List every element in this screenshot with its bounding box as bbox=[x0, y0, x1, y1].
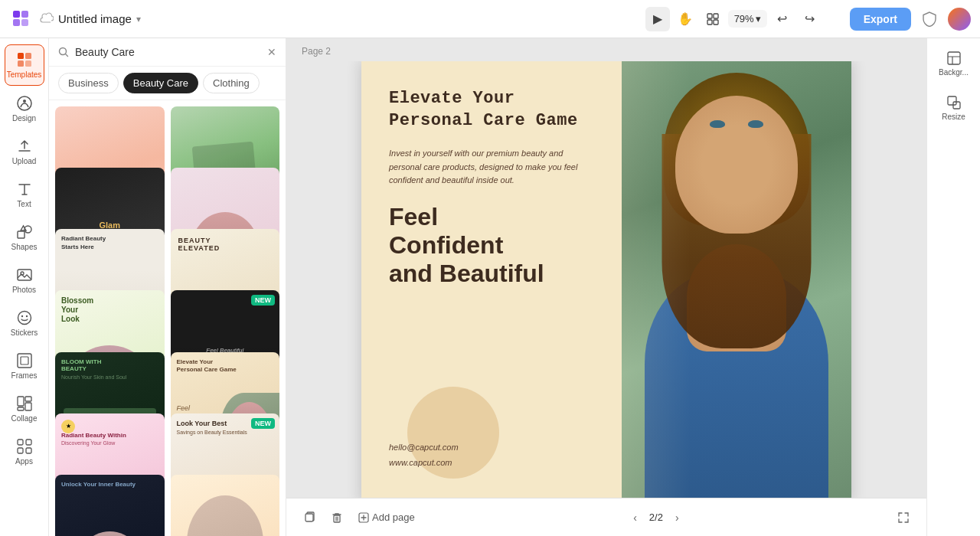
sidebar-item-templates[interactable]: Templates bbox=[5, 44, 44, 86]
sidebar-item-frames[interactable]: Frames bbox=[5, 346, 44, 386]
svg-rect-3 bbox=[21, 19, 28, 26]
svg-rect-14 bbox=[18, 231, 24, 238]
svg-rect-7 bbox=[714, 20, 718, 25]
svg-rect-21 bbox=[18, 354, 31, 368]
toolbar-tools: ▶ ✋ 79% ▾ ↩ ↪ bbox=[645, 7, 822, 31]
collage-icon bbox=[16, 395, 33, 412]
search-bar: ✕ bbox=[49, 38, 286, 67]
filter-tab-clothing[interactable]: Clothing bbox=[203, 73, 260, 93]
sidebar-item-frames-label: Frames bbox=[11, 371, 38, 380]
svg-rect-27 bbox=[18, 440, 23, 445]
svg-rect-32 bbox=[305, 514, 313, 521]
hand-tool-button[interactable]: ✋ bbox=[673, 7, 697, 31]
right-panel-background-label: Backgr... bbox=[939, 68, 969, 77]
svg-rect-33 bbox=[334, 515, 340, 522]
search-icon bbox=[58, 47, 69, 57]
svg-rect-16 bbox=[18, 270, 31, 280]
apps-icon bbox=[16, 438, 33, 455]
delete-page-button[interactable] bbox=[326, 507, 348, 528]
text-icon bbox=[16, 181, 33, 198]
select-tool-button[interactable]: ▶ bbox=[645, 7, 670, 31]
sidebar-item-design[interactable]: Design bbox=[5, 89, 44, 129]
chevron-down-icon[interactable]: ▾ bbox=[136, 14, 141, 25]
svg-rect-35 bbox=[948, 52, 960, 64]
search-input[interactable] bbox=[75, 46, 261, 58]
filter-tabs: Business Beauty Care Clothing bbox=[49, 67, 286, 100]
prev-page-button[interactable]: ‹ bbox=[629, 508, 642, 527]
sidebar-item-templates-label: Templates bbox=[7, 70, 42, 79]
svg-rect-9 bbox=[25, 53, 31, 59]
shapes-icon bbox=[16, 224, 33, 240]
doc-title[interactable]: Untitled image bbox=[58, 12, 132, 25]
svg-rect-11 bbox=[25, 60, 31, 67]
avatar[interactable] bbox=[948, 8, 971, 31]
sidebar-item-shapes[interactable]: Shapes bbox=[5, 217, 44, 257]
add-page-button[interactable]: Add page bbox=[354, 507, 420, 528]
zoom-chevron-icon: ▾ bbox=[756, 13, 761, 25]
top-bar: Untitled image ▾ ▶ ✋ 79% ▾ ↩ ↪ Export bbox=[0, 0, 980, 38]
design-icon bbox=[16, 95, 33, 112]
svg-point-18 bbox=[18, 312, 31, 325]
resize-icon bbox=[946, 95, 962, 110]
search-clear-button[interactable]: ✕ bbox=[267, 46, 276, 58]
svg-rect-26 bbox=[18, 407, 24, 410]
template-thumb-14[interactable] bbox=[171, 475, 280, 536]
upload-icon bbox=[16, 138, 33, 155]
copy-page-button[interactable] bbox=[299, 507, 320, 528]
sidebar-item-design-label: Design bbox=[12, 114, 36, 123]
canvas-left-content: Elevate Your Personal Care Game Invest i… bbox=[361, 61, 622, 498]
canvas-area: Page 2 Elevate Your Personal Care Game I… bbox=[286, 38, 926, 536]
layout-tool-button[interactable] bbox=[701, 7, 725, 31]
filter-tab-beauty-care[interactable]: Beauty Care bbox=[123, 73, 198, 93]
fullscreen-button[interactable] bbox=[893, 507, 914, 528]
svg-rect-22 bbox=[21, 357, 28, 364]
right-panel-background[interactable]: Backgr... bbox=[933, 44, 975, 83]
zoom-value: 79% bbox=[734, 13, 754, 25]
sidebar-item-apps-label: Apps bbox=[15, 457, 33, 466]
svg-rect-36 bbox=[948, 96, 956, 105]
filter-tab-business[interactable]: Business bbox=[58, 73, 119, 93]
svg-point-13 bbox=[23, 100, 26, 103]
sidebar-item-shapes-label: Shapes bbox=[11, 243, 38, 251]
canvas-document: Elevate Your Personal Care Game Invest i… bbox=[361, 61, 851, 498]
trash-icon bbox=[331, 511, 343, 524]
page-label: Page 2 bbox=[286, 38, 926, 61]
shield-icon[interactable] bbox=[917, 7, 942, 31]
add-icon bbox=[358, 512, 369, 523]
svg-point-19 bbox=[21, 315, 22, 317]
svg-rect-29 bbox=[18, 448, 23, 453]
fullscreen-icon bbox=[897, 511, 910, 524]
redo-button[interactable]: ↪ bbox=[798, 7, 822, 31]
svg-rect-8 bbox=[18, 53, 24, 59]
sidebar-item-stickers-label: Stickers bbox=[11, 328, 38, 337]
canvas-viewport[interactable]: Elevate Your Personal Care Game Invest i… bbox=[286, 61, 926, 498]
sidebar-item-apps[interactable]: Apps bbox=[5, 432, 44, 472]
zoom-control[interactable]: 79% ▾ bbox=[728, 10, 767, 28]
cloud-icon bbox=[40, 12, 54, 26]
page-nav: ‹ 2/2 › bbox=[629, 508, 683, 527]
sidebar-item-upload[interactable]: Upload bbox=[5, 132, 44, 172]
sidebar-item-text-label: Text bbox=[17, 200, 31, 208]
copy-icon bbox=[303, 511, 315, 524]
undo-button[interactable]: ↩ bbox=[770, 7, 795, 31]
frames-icon bbox=[16, 352, 33, 369]
svg-rect-5 bbox=[714, 14, 718, 18]
svg-rect-28 bbox=[26, 440, 31, 445]
sidebar-item-text[interactable]: Text bbox=[5, 175, 44, 214]
icon-sidebar: Templates Design Upload Text bbox=[0, 38, 49, 536]
canvas-contact: hello@capcut.com www.capcut.com bbox=[389, 440, 594, 471]
export-button[interactable]: Export bbox=[850, 8, 911, 31]
logo[interactable] bbox=[9, 7, 34, 31]
sidebar-item-stickers[interactable]: Stickers bbox=[5, 303, 44, 343]
sidebar-item-collage-label: Collage bbox=[11, 414, 38, 423]
sidebar-item-photos[interactable]: Photos bbox=[5, 260, 44, 300]
svg-rect-23 bbox=[18, 397, 24, 406]
canvas-tagline: Feel Confident and Beautiful bbox=[389, 203, 594, 287]
sidebar-item-collage[interactable]: Collage bbox=[5, 389, 44, 429]
template-thumb-13[interactable]: Unlock Your Inner Beauty bbox=[55, 475, 165, 536]
next-page-button[interactable]: › bbox=[671, 508, 684, 527]
page-counter: 2/2 bbox=[649, 511, 663, 523]
right-panel-resize-label: Resize bbox=[942, 113, 965, 121]
svg-rect-1 bbox=[21, 11, 28, 18]
right-panel-resize[interactable]: Resize bbox=[933, 89, 975, 127]
